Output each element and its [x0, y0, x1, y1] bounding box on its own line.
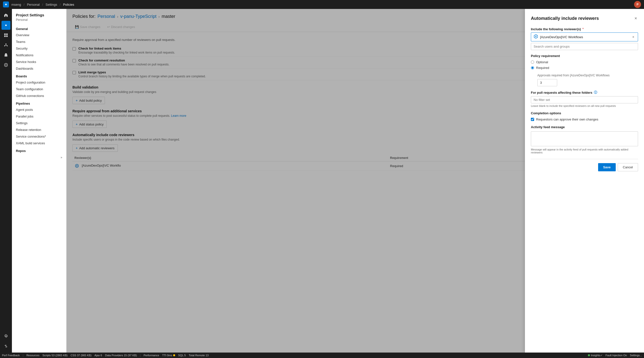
- folder-label: For pull requests affecting these folder…: [531, 90, 638, 95]
- cancel-button[interactable]: Cancel: [618, 163, 638, 171]
- pipelines-icon-btn[interactable]: [2, 41, 10, 49]
- sidebar-subtitle: Personal: [12, 18, 66, 24]
- activity-label: Activity feed message: [531, 125, 638, 129]
- sidebar-item-overview[interactable]: Overview: [12, 32, 66, 38]
- breadcrumb-personal[interactable]: Personal: [27, 3, 40, 6]
- modal-close-button[interactable]: ×: [633, 15, 638, 22]
- svg-point-8: [4, 45, 5, 46]
- own-changes-label[interactable]: Requestors can approve their own changes: [536, 117, 598, 121]
- reviewer-tag: [AzureDevOps]\VC Workflows ×: [531, 32, 638, 41]
- sidebar-expand[interactable]: »: [12, 154, 66, 161]
- search-users-input[interactable]: [531, 43, 638, 50]
- activity-hint: Message will appear in the activity feed…: [531, 148, 638, 154]
- project-settings-icon-btn[interactable]: [2, 21, 10, 30]
- breadcrumb-sep3: /: [60, 3, 61, 6]
- modal-footer: Save Cancel: [531, 159, 638, 171]
- reviewer-tag-icon: [534, 34, 538, 40]
- activity-message-input[interactable]: [531, 131, 638, 146]
- breadcrumb-settings[interactable]: Settings: [46, 3, 57, 6]
- save-button[interactable]: Save: [598, 163, 616, 171]
- svg-rect-3: [4, 33, 6, 35]
- info-icon[interactable]: ⓘ: [594, 90, 597, 95]
- perf-label: Performance: [144, 354, 159, 357]
- sidebar-item-parallel-jobs[interactable]: Parallel jobs: [12, 113, 66, 120]
- sidebar-item-service-connections[interactable]: Service connections*: [12, 133, 66, 140]
- breadcrumb-org[interactable]: mseng: [12, 3, 21, 6]
- sidebar-item-release-retention[interactable]: Release retention: [12, 126, 66, 133]
- policy-requirement-label: Policy requirement: [531, 54, 638, 58]
- org-logo: [3, 1, 9, 7]
- breadcrumb-sep1: /: [24, 3, 24, 6]
- test-icon-btn[interactable]: [2, 50, 10, 59]
- reviewer-label-row: Include the following reviewer(s) *: [531, 27, 638, 31]
- top-bar: mseng / Personal / Settings / Policies P: [0, 0, 644, 9]
- reviewer-tag-remove-button[interactable]: ×: [631, 35, 635, 39]
- pipelines-section-label: Pipelines: [12, 99, 66, 106]
- tti-dot: [173, 354, 175, 356]
- sidebar-item-settings[interactable]: Settings: [12, 120, 66, 126]
- content-area: Policies for: Personal › v-panu-TypeScri…: [66, 9, 644, 353]
- ajax-label: Ajax 6: [94, 354, 102, 357]
- fault-injection-label: Fault Injection On: [606, 354, 627, 357]
- sidebar-item-github-connections[interactable]: GitHub connections: [12, 92, 66, 99]
- approvals-input[interactable]: [537, 79, 557, 86]
- svg-rect-4: [6, 33, 8, 35]
- approvals-label: Approvals required from [AzureDevOps]\VC…: [537, 74, 638, 77]
- home-icon-btn[interactable]: [2, 11, 10, 20]
- reviewer-tag-name: [AzureDevOps]\VC Workflows: [540, 35, 583, 39]
- completion-label: Completion options: [531, 111, 638, 115]
- breadcrumb-sep2: /: [42, 3, 43, 6]
- optional-radio[interactable]: [531, 60, 534, 64]
- perf-feedback[interactable]: Perf Feedback: [2, 354, 20, 357]
- avatar[interactable]: P: [634, 1, 641, 8]
- modal-title: Automatically include reviewers: [531, 16, 599, 21]
- artifacts-icon-btn[interactable]: [2, 60, 10, 69]
- icon-bar: [0, 9, 12, 353]
- radio-required: Required: [531, 66, 638, 70]
- radio-optional: Optional: [531, 60, 638, 64]
- svg-rect-5: [4, 35, 6, 37]
- boards-section-label: Boards: [12, 72, 66, 79]
- sidebar-item-xaml-build[interactable]: XAML build services: [12, 140, 66, 146]
- scripts-label: Scripts 53 (2865 KB): [42, 354, 68, 357]
- repos-section-label: Repos: [12, 146, 66, 154]
- settings-label[interactable]: Settings...: [630, 354, 642, 357]
- svg-rect-6: [6, 35, 8, 37]
- expand-icon: »: [60, 156, 62, 159]
- radio-group: Optional Required: [531, 60, 638, 70]
- modal-overlay: Automatically include reviewers × Includ…: [66, 9, 644, 353]
- general-section-label: General: [12, 24, 66, 32]
- svg-point-7: [6, 43, 6, 44]
- sidebar-item-teams[interactable]: Teams: [12, 38, 66, 45]
- folder-filter-input[interactable]: [531, 96, 638, 103]
- sidebar-item-dashboards[interactable]: Dashboards: [12, 65, 66, 72]
- activity-section: Activity feed message Message will appea…: [531, 125, 638, 154]
- completion-checkbox-item: Requestors can approve their own changes: [531, 117, 638, 121]
- modal-panel: Automatically include reviewers × Includ…: [525, 9, 644, 353]
- sidebar-item-notifications[interactable]: Notifications: [12, 52, 66, 58]
- sidebar-item-agent-pools[interactable]: Agent pools: [12, 106, 66, 113]
- expand-icon-btn[interactable]: [2, 342, 10, 351]
- required-radio[interactable]: [531, 66, 534, 69]
- resources-label: Resources: [26, 354, 40, 357]
- optional-label[interactable]: Optional: [536, 60, 548, 64]
- boards-icon-btn[interactable]: [2, 31, 10, 40]
- modal-header: Automatically include reviewers ×: [531, 15, 638, 22]
- insights-dot: [588, 354, 590, 356]
- svg-point-9: [7, 45, 8, 46]
- total-remote-label: Total Remote 13: [189, 354, 209, 357]
- breadcrumb-policies[interactable]: Policies: [63, 3, 74, 6]
- main-layout: Project Settings Personal General Overvi…: [0, 9, 644, 353]
- sidebar-item-team-configuration[interactable]: Team configuration: [12, 86, 66, 92]
- own-changes-checkbox[interactable]: [531, 118, 534, 121]
- sidebar-item-project-configuration[interactable]: Project configuration: [12, 79, 66, 86]
- required-label[interactable]: Required: [536, 66, 549, 70]
- insights-label: Insights✓: [588, 354, 602, 357]
- folder-hint: Leave blank to include the specified rev…: [531, 104, 638, 107]
- sidebar-item-service-hooks[interactable]: Service hooks: [12, 58, 66, 65]
- reviewer-label: Include the following reviewer(s): [531, 27, 581, 31]
- settings-icon-btn[interactable]: [2, 332, 10, 341]
- completion-section: Completion options Requestors can approv…: [531, 111, 638, 121]
- sidebar-item-security[interactable]: Security: [12, 45, 66, 52]
- sql-label: SQL 5: [178, 354, 186, 357]
